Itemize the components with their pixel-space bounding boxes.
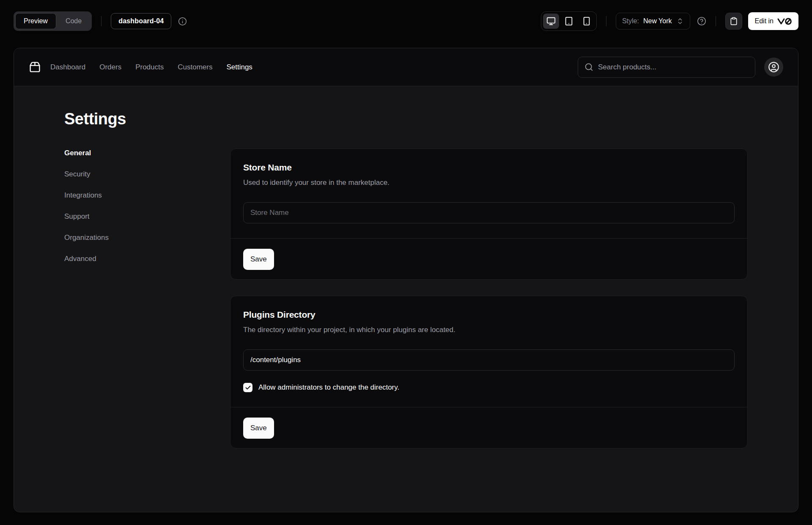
style-select-label: Style:: [622, 17, 639, 25]
mobile-view-icon[interactable]: [579, 14, 595, 29]
package-icon[interactable]: [29, 61, 41, 73]
toolbar-divider: [606, 16, 606, 26]
store-header: Dashboard Orders Products Customers Sett…: [14, 48, 798, 86]
edit-in-v0-label: Edit in: [755, 17, 774, 25]
device-size-toggle: [541, 11, 597, 31]
style-select-value: New York: [643, 17, 672, 25]
nav-link-products[interactable]: Products: [135, 63, 164, 71]
project-name-badge[interactable]: dashboard-04: [111, 13, 171, 29]
store-name-card-title: Store Name: [243, 162, 735, 173]
sidebar-item-general[interactable]: General: [64, 148, 230, 158]
plugins-directory-save-button[interactable]: Save: [243, 418, 274, 439]
preview-frame: Dashboard Orders Products Customers Sett…: [14, 48, 798, 512]
plugins-directory-card: Plugins Directory The directory within y…: [230, 296, 748, 448]
store-name-card: Store Name Used to identify your store i…: [230, 148, 748, 280]
sidebar-item-integrations[interactable]: Integrations: [64, 191, 230, 200]
store-name-card-footer: Save: [230, 238, 747, 279]
sidebar-item-organizations[interactable]: Organizations: [64, 233, 230, 242]
user-circle-icon: [768, 61, 779, 73]
v0-logo-icon: [777, 18, 792, 25]
search-icon: [584, 63, 593, 71]
code-tab[interactable]: Code: [57, 13, 90, 29]
store-name-card-description: Used to identify your store in the marke…: [243, 178, 735, 187]
store-name-input[interactable]: [243, 202, 735, 223]
nav-link-dashboard[interactable]: Dashboard: [50, 63, 85, 71]
style-select[interactable]: Style: New York: [616, 13, 690, 30]
allow-admins-checkbox[interactable]: [243, 383, 252, 392]
copy-clipboard-icon[interactable]: [725, 13, 742, 30]
info-icon[interactable]: [178, 17, 187, 26]
sidebar-item-security[interactable]: Security: [64, 170, 230, 179]
preview-tab[interactable]: Preview: [15, 13, 56, 29]
edit-in-v0-button[interactable]: Edit in: [748, 12, 798, 30]
user-menu-button[interactable]: [764, 58, 783, 77]
toolbar-divider: [716, 16, 716, 26]
settings-sidebar: General Security Integrations Support Or…: [64, 148, 230, 264]
nav-link-customers[interactable]: Customers: [178, 63, 212, 71]
plugins-directory-card-description: The directory within your project, in wh…: [243, 325, 735, 335]
store-name-save-button[interactable]: Save: [243, 249, 274, 270]
settings-page: Settings General Security Integrations S…: [14, 86, 798, 448]
plugins-directory-input[interactable]: [243, 349, 735, 371]
chevrons-up-down-icon: [676, 17, 684, 25]
preview-code-toggle: Preview Code: [14, 11, 92, 31]
sidebar-item-support[interactable]: Support: [64, 212, 230, 221]
nav-link-orders[interactable]: Orders: [99, 63, 121, 71]
nav-link-settings[interactable]: Settings: [226, 63, 252, 71]
main-nav: Dashboard Orders Products Customers Sett…: [50, 63, 252, 71]
v0-toolbar: Preview Code dashboard-04 Style: New Yor…: [0, 0, 812, 42]
plugins-directory-card-footer: Save: [230, 407, 747, 448]
allow-admins-checkbox-label[interactable]: Allow administrators to change the direc…: [258, 383, 399, 392]
desktop-view-icon[interactable]: [543, 14, 559, 29]
plugins-directory-card-title: Plugins Directory: [243, 310, 735, 320]
sidebar-item-advanced[interactable]: Advanced: [64, 254, 230, 264]
search-box: [578, 57, 755, 78]
help-icon[interactable]: [697, 16, 706, 26]
check-icon: [245, 385, 251, 391]
search-input[interactable]: [598, 63, 749, 71]
toolbar-divider: [101, 16, 102, 26]
tablet-view-icon[interactable]: [561, 14, 577, 29]
page-title: Settings: [64, 110, 748, 128]
